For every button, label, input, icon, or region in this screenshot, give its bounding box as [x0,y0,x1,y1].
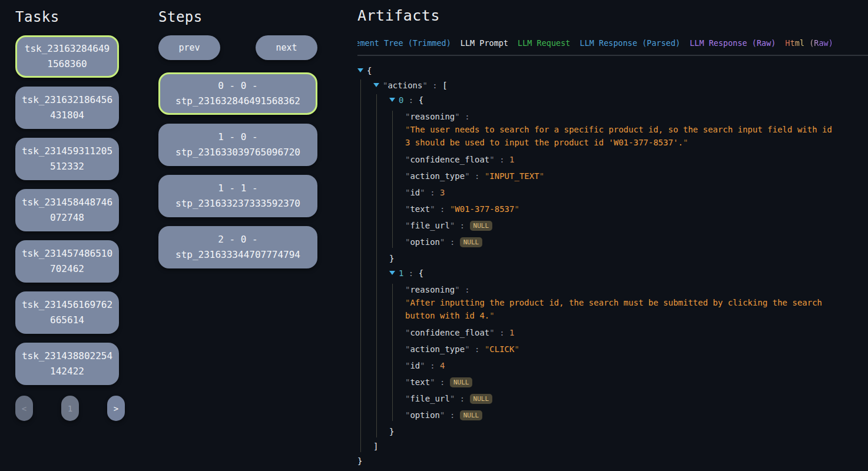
json-null-badge: NULL [460,410,483,420]
json-token: " [430,377,435,387]
json-token: " [455,285,459,294]
json-row: "action_type" : "INPUT_TEXT" [405,170,868,182]
task-list: tsk_231632846491568360tsk_23163218645643… [15,35,119,385]
json-key: confidence_float [410,155,489,164]
json-token: : [495,328,509,337]
json-token: " [422,81,427,90]
task-button-6[interactable]: tsk_231438802254142422 [15,343,119,385]
prev-page-button[interactable]: < [15,396,33,421]
json-row: 1 : { [389,267,868,279]
json-token: " [420,361,425,370]
tasks-panel: Tasks tsk_231632846491568360tsk_23163218… [15,8,119,421]
json-token: : [460,112,470,121]
json-token: " [489,311,494,320]
tab-llm-response-parsed[interactable]: LLM Response (Parsed) [580,38,681,56]
json-row: "actions" : [ [373,79,868,91]
json-null-badge: NULL [470,221,493,231]
json-children: "reasoning" :"After inputting the produc… [392,284,868,421]
step-button-2[interactable]: 1 - 1 - stp_231633237333592370 [158,175,317,217]
task-button-0[interactable]: tsk_231632846491568360 [15,35,119,78]
json-token: " [430,204,435,214]
json-row: } [357,455,868,467]
json-key: action_type [410,344,465,354]
json-token: " [514,344,519,354]
current-page-button[interactable]: 1 [61,396,79,421]
json-token: " [489,155,494,164]
json-token: { [367,66,372,75]
steps-panel: Steps prev next 0 - 0 - stp_231632846491… [158,8,317,268]
task-button-2[interactable]: tsk_231459311205512332 [15,138,119,180]
json-row: "file_url" : NULL [405,393,868,404]
json-key: reasoning [410,112,455,121]
tasks-title: Tasks [15,8,119,26]
json-key: text [410,377,430,387]
json-token: } [357,456,362,466]
json-token: : [445,237,459,247]
json-token: : [470,344,485,354]
json-token: " [489,328,494,337]
json-token: " [683,138,688,147]
json-key: file_url [410,394,449,403]
json-token: " [420,188,425,197]
json-row: "file_url" : NULL [405,220,868,231]
json-number-value: 3 [440,188,445,197]
json-string-value-text: After inputting the product id, the sear… [405,298,822,320]
task-button-3[interactable]: tsk_231458448746072748 [15,189,119,231]
collapse-toggle-icon[interactable] [357,68,363,72]
json-null-badge: NULL [470,394,493,404]
json-row: "reasoning" : [405,284,868,296]
json-token: " [465,171,469,181]
step-button-1[interactable]: 1 - 0 - stp_231633039765096720 [158,124,317,166]
json-key: option [410,237,440,247]
tab-llm-prompt[interactable]: LLM Prompt [460,38,508,56]
json-token: : [425,361,440,370]
json-row: "id" : 4 [405,360,868,372]
json-null-badge: NULL [460,237,483,247]
json-token: : [445,410,459,420]
next-step-button[interactable]: next [256,35,317,60]
json-number-value: 1 [509,155,514,164]
tab-html-raw[interactable]: Html (Raw) [786,38,833,56]
task-button-1[interactable]: tsk_231632186456431804 [15,87,119,129]
json-tree: {"actions" : [0 : {"reasoning" :"The use… [357,65,868,467]
json-row: "id" : 3 [405,187,868,198]
step-button-0[interactable]: 0 - 0 - stp_231632846491568362 [158,72,317,115]
tab-llm-response-raw[interactable]: LLM Response (Raw) [690,38,776,56]
json-row: "confidence_float" : 1 [405,154,868,165]
json-key: text [410,204,430,214]
prev-step-button[interactable]: prev [158,35,220,60]
collapse-toggle-icon[interactable] [373,83,379,87]
task-button-4[interactable]: tsk_231457486510702462 [15,240,119,283]
json-key: actions [387,81,422,90]
json-number-value: 1 [509,328,514,337]
json-token: : [470,171,485,181]
json-children: "actions" : [0 : {"reasoning" :"The user… [360,79,868,452]
artifacts-panel: Artifacts Element Tree (Trimmed)LLM Prom… [357,7,868,470]
next-page-button[interactable]: > [107,396,125,421]
task-button-5[interactable]: tsk_231456169762665614 [15,291,119,334]
json-row: "confidence_float" : 1 [405,327,868,339]
json-row: ] [373,440,868,452]
step-button-3[interactable]: 2 - 0 - stp_231633344707774794 [158,226,317,268]
tab-element-tree-trimmed[interactable]: Element Tree (Trimmed) [357,38,451,56]
json-token: : [403,95,418,105]
collapse-toggle-icon[interactable] [389,271,395,275]
json-row: "text" : "W01-377-8537" [405,203,868,215]
json-token: { [419,268,423,278]
json-row: { [357,65,868,77]
json-key: action_type [410,171,465,181]
json-number-value: 4 [440,361,445,370]
json-token: : [435,204,450,214]
step-nav: prev next [158,35,317,60]
json-token: ] [373,442,378,451]
json-token: : [495,155,509,164]
json-token: : [428,81,442,90]
json-string-value: INPUT_TEXT [489,171,539,181]
tab-llm-request[interactable]: LLM Request [518,38,570,56]
json-row: "text" : NULL [405,376,868,388]
json-key: reasoning [410,285,455,294]
json-key: file_url [410,221,449,230]
json-row: } [389,253,868,264]
pagination: < 1 > [15,396,125,421]
collapse-toggle-icon[interactable] [389,98,395,102]
